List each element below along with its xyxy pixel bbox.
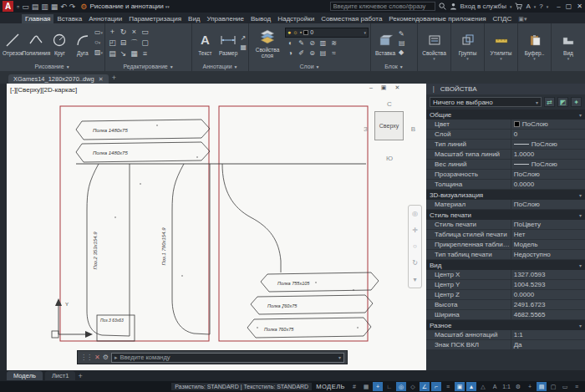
layer-tool-icon[interactable]: ▤ (318, 48, 328, 59)
lineweight-toggle[interactable]: ≡ (443, 382, 453, 391)
pickadd-toggle-icon[interactable]: ⇄ (544, 97, 555, 107)
viewcube-west[interactable]: З (364, 125, 368, 133)
palette-header[interactable]: ｜ СВОЙСТВА (426, 84, 585, 94)
customize-statusbar-icon[interactable]: ≡ (572, 382, 582, 391)
array-tool-icon[interactable]: ▦ (129, 48, 140, 59)
maximize-button[interactable]: ▢ (566, 3, 572, 10)
save-as-icon[interactable]: ▥ (41, 3, 48, 11)
minimize-button[interactable]: ‒ (557, 3, 560, 10)
fillet-tool-icon[interactable]: ⌒ (129, 38, 140, 48)
panel-view-collapsed[interactable]: Вид ▾ (552, 23, 585, 71)
model-tab[interactable]: Модель (7, 371, 43, 380)
tab-vyvod[interactable]: Вывод (247, 14, 274, 23)
table-tool-icon[interactable]: ▦ (240, 43, 247, 51)
cmdbar-customize-icon[interactable]: ⚙ (103, 354, 109, 361)
orbit-icon[interactable]: ↻ (412, 259, 418, 267)
signin-label[interactable]: Вход в службы (460, 3, 506, 10)
redo-icon[interactable]: ↷ (69, 3, 76, 11)
clean-screen-icon[interactable]: ▭ (560, 382, 570, 391)
rectangle-tool-icon[interactable]: ▭▾ (94, 28, 103, 37)
tab-parametrizaciya[interactable]: Параметризация (125, 14, 185, 23)
isolate-objects-toggle[interactable]: ▤ (537, 382, 547, 391)
quick-select-icon[interactable]: ✦ (571, 97, 582, 107)
model-space-label[interactable]: МОДЕЛЬ (316, 383, 345, 390)
autodesk-apps-icon[interactable]: А (526, 3, 530, 10)
tab-vid[interactable]: Вид (185, 14, 203, 23)
select-objects-icon[interactable]: ◩ (557, 97, 568, 107)
workspace-gear-icon[interactable]: ⚙ (80, 3, 87, 11)
layer-tool-icon[interactable]: ≋ (328, 38, 339, 48)
cmdbar-close-icon[interactable]: ✕ (94, 354, 100, 361)
more-modify-icon[interactable]: ≡ (140, 48, 150, 59)
copy-tool-icon[interactable]: ◰ (107, 38, 118, 48)
scale-tool-icon[interactable]: ↘ (118, 48, 129, 59)
plot-icon[interactable]: ▦ (51, 3, 58, 11)
viewport-label[interactable]: [-][Сверху][2D-каркас] (10, 86, 77, 94)
workspace-name[interactable]: Рисование и аннотации (89, 3, 163, 10)
viewcube[interactable]: С З В Ю Сверху (364, 100, 415, 162)
layer-tool-icon[interactable]: ✎ (296, 38, 307, 48)
tab-upravlenie[interactable]: Управление (204, 14, 247, 23)
help-icon[interactable]: ? (539, 3, 542, 10)
navigation-bar[interactable]: ◎ ✛ ○ ↻ ▾ (408, 205, 422, 288)
infer-constraints-toggle[interactable]: + (373, 382, 383, 391)
drawing-canvas[interactable]: Полка 1480х75 Полка 1480х75 Поз.2 353х15… (7, 84, 426, 370)
new-layout-icon[interactable]: + (78, 372, 82, 380)
cmdbar-grip[interactable]: ⋮⋮ (80, 354, 92, 361)
section-misc[interactable]: Разное▾ (426, 320, 585, 330)
save-icon[interactable]: ▤ (32, 3, 39, 11)
section-3d-visualization[interactable]: 3D-визуализация▾ (426, 190, 585, 200)
styles-status-button[interactable]: Размстиль: STANDARD | Текстстиль: STANDA… (171, 383, 312, 390)
hardware-acceleration-icon[interactable]: ▢ (548, 382, 558, 391)
transparency-toggle[interactable]: ▣ (455, 382, 465, 391)
selection-cycling-toggle[interactable]: ▲ (466, 382, 476, 391)
layer-tool-icon[interactable]: ✐ (296, 48, 307, 59)
explode-tool-icon[interactable]: ▢ (140, 38, 150, 48)
layer-properties-tool[interactable]: Свойства слоя (251, 27, 284, 59)
zoom-icon[interactable]: ○ (413, 242, 417, 250)
autocad-logo[interactable]: A (3, 1, 13, 12)
help-caret-icon[interactable]: ▾ (547, 4, 549, 9)
insert-block-tool[interactable]: Вставка (373, 30, 398, 56)
osnap-settings-toggle[interactable]: ⌐ (431, 382, 441, 391)
signin-caret-icon[interactable]: ▾ (510, 4, 512, 9)
tab-sovmestnaya-rabota[interactable]: Совместная работа (318, 14, 385, 23)
search-input[interactable] (330, 2, 435, 11)
new-file-icon[interactable]: ▫ (17, 3, 19, 11)
stretch-tool-icon[interactable]: ▤ (107, 48, 118, 59)
navbar-more-icon[interactable]: ▾ (413, 276, 416, 283)
panel-modify-label[interactable]: Редактирование ▼ (105, 62, 191, 71)
viewcube-north[interactable]: С (364, 100, 415, 108)
polar-tracking-toggle[interactable]: ◎ (396, 382, 406, 391)
qat-caret-icon[interactable]: ▾ (167, 4, 170, 9)
annotation-visibility-toggle[interactable]: △ (478, 382, 488, 391)
close-tab-icon[interactable]: ✕ (99, 76, 104, 83)
polyline-tool[interactable]: Полилиния (24, 30, 48, 56)
panel-block-label[interactable]: Блок ▼ (371, 62, 417, 71)
arc-tool[interactable]: Дуга (72, 30, 94, 56)
layer-tool-icon[interactable]: ⊜ (307, 48, 318, 59)
panel-utilities-collapsed[interactable]: Утилиты ▾ (485, 23, 518, 71)
command-line-bar[interactable]: ⋮⋮ ✕ ⚙ ▸ ▾ (77, 350, 348, 364)
section-general[interactable]: Общие▾ (426, 109, 585, 120)
grid-toggle[interactable]: # (349, 382, 359, 391)
viewport-window-controls[interactable]: ‒ ▣ ✕ (369, 84, 403, 91)
ellipse-tool-icon[interactable]: ○▾ (94, 38, 103, 47)
tab-nadstroyki[interactable]: Надстройки (274, 14, 318, 23)
section-plot-style[interactable]: Стиль печати▾ (426, 210, 585, 220)
search-icon[interactable] (439, 3, 446, 10)
new-drawing-tab-icon[interactable]: + (112, 73, 116, 84)
layer-tool-icon[interactable]: ◑ (285, 48, 296, 59)
autoscale-toggle[interactable]: A (490, 382, 500, 391)
snap-toggle[interactable]: ▦ (361, 382, 371, 391)
tab-vstavka[interactable]: Вставка (53, 14, 85, 23)
panel-properties-collapsed[interactable]: Свойства ▾ (418, 23, 451, 71)
rotate-tool-icon[interactable]: ↻ (118, 27, 129, 38)
layer-tool-icon[interactable]: ⊘ (307, 38, 318, 48)
app-store-cart-icon[interactable] (515, 3, 522, 10)
apps-caret-icon[interactable]: ▾ (534, 4, 537, 9)
leader-tool-icon[interactable]: ↗ (240, 34, 247, 42)
tab-spds[interactable]: СПДС (490, 14, 516, 23)
dimension-tool[interactable]: Размер (217, 30, 240, 56)
panel-draw-label[interactable]: Рисование ▼ (0, 62, 104, 71)
